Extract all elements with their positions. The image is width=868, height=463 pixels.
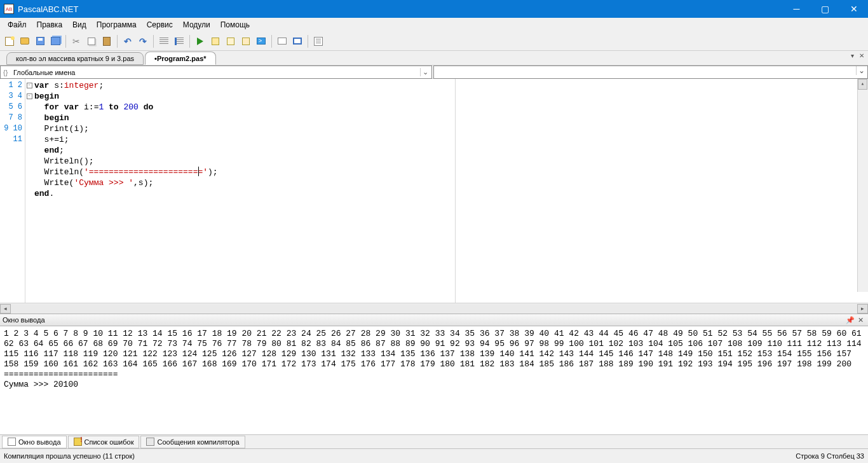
open-folder-icon	[20, 38, 29, 45]
menu-view[interactable]: Вид	[67, 19, 92, 31]
menu-file[interactable]: Файл	[3, 19, 32, 31]
scroll-right-arrow-icon[interactable]: ▸	[857, 304, 868, 314]
output-panel-body[interactable]: 1 2 3 4 5 6 7 8 9 10 11 12 13 14 15 16 1…	[0, 326, 868, 434]
navigate-forward-icon	[175, 38, 184, 45]
cut-icon: ✂	[72, 36, 80, 46]
paste-button[interactable]	[100, 34, 114, 48]
code-content[interactable]: var s:integer; begin for var i:=1 to 200…	[33, 79, 455, 303]
redo-button[interactable]: ↷	[136, 34, 150, 48]
copy-button[interactable]	[85, 34, 98, 48]
bottom-tab-label: Окно вывода	[18, 438, 61, 446]
titlebar: AB PascalABC.NET ─ ▢ ✕	[0, 0, 868, 18]
editor-tabbar: кол-во эл массива кратных 9 и 3.pas •Pro…	[0, 51, 868, 65]
toolbar-separator	[189, 35, 190, 48]
toolbar-separator	[65, 35, 66, 48]
bottom-tab-errors[interactable]: Список ошибок	[68, 436, 140, 448]
open-file-button[interactable]	[18, 34, 32, 48]
scroll-track[interactable]	[11, 304, 857, 314]
navigate-back-icon	[159, 38, 168, 45]
save-all-icon	[51, 37, 60, 45]
save-all-button[interactable]	[48, 34, 62, 48]
editor-split-pane	[455, 79, 868, 303]
step-into-button[interactable]	[224, 34, 238, 48]
output-panel-header: Окно вывода 📌 ✕	[0, 314, 868, 326]
play-icon	[197, 38, 203, 45]
scope-label: Глобальные имена	[13, 69, 76, 76]
undo-button[interactable]: ↶	[121, 34, 135, 48]
status-cursor-position: Строка 9 Столбец 33	[796, 452, 864, 460]
save-icon	[36, 37, 44, 45]
step-over-icon	[212, 38, 219, 45]
statusbar: Компиляция прошла успешно (11 строк) Стр…	[0, 448, 868, 463]
compiler-messages-icon	[146, 438, 154, 446]
terminal-icon	[257, 38, 266, 45]
fold-toggle-icon[interactable]: -	[27, 83, 32, 88]
bottom-tab-label: Сообщения компилятора	[157, 438, 239, 446]
stop-button[interactable]	[254, 34, 268, 48]
run-button[interactable]	[193, 34, 207, 48]
save-button[interactable]	[33, 34, 47, 48]
step-into-icon	[227, 38, 234, 45]
properties-icon	[314, 37, 323, 46]
menu-program[interactable]: Программа	[92, 19, 142, 31]
fold-toggle-icon[interactable]: -	[27, 93, 32, 99]
menubar: Файл Правка Вид Программа Сервис Модули …	[0, 18, 868, 32]
close-panel-icon[interactable]: ✕	[855, 316, 865, 324]
horizontal-scrollbar[interactable]: ◂ ▸	[0, 303, 868, 314]
fold-column: - -	[25, 79, 33, 303]
step-out-button[interactable]	[239, 34, 253, 48]
menu-modules[interactable]: Модули	[178, 19, 215, 31]
menu-edit[interactable]: Правка	[32, 19, 68, 31]
scroll-up-arrow-icon[interactable]: ▴	[858, 79, 867, 90]
code-editor[interactable]: 1 2 3 4 5 6 7 8 9 10 11 - - var s:intege…	[0, 79, 868, 303]
status-compile-message: Компиляция прошла успешно (11 строк)	[4, 452, 796, 460]
pin-icon[interactable]: 📌	[845, 316, 855, 324]
window-title: PascalABC.NET	[18, 4, 782, 14]
minimize-button[interactable]: ─	[782, 0, 811, 18]
chevron-down-icon: ⌄	[420, 68, 430, 76]
text-cursor	[198, 167, 199, 176]
toolbar-separator	[308, 35, 308, 48]
scope-dropdown[interactable]: Глобальные имена ⌄	[0, 66, 432, 79]
new-file-icon	[5, 37, 14, 46]
bottom-tabbar: Окно вывода Список ошибок Сообщения комп…	[0, 434, 868, 448]
navigate-back-button[interactable]	[157, 34, 171, 48]
step-over-button[interactable]	[208, 34, 222, 48]
paste-icon	[103, 37, 111, 46]
scope-bar: Глобальные имена ⌄ ⌄	[0, 65, 868, 79]
window-icon	[278, 38, 287, 45]
tab-close-button[interactable]: ✕	[858, 52, 865, 59]
scroll-left-arrow-icon[interactable]: ◂	[0, 304, 11, 314]
member-dropdown[interactable]: ⌄	[433, 66, 868, 79]
menu-help[interactable]: Помощь	[215, 19, 255, 31]
menu-service[interactable]: Сервис	[142, 19, 178, 31]
tab-file-2[interactable]: •Program2.pas*	[145, 52, 216, 65]
layout2-button[interactable]	[290, 34, 304, 48]
tab-file-1[interactable]: кол-во эл массива кратных 9 и 3.pas	[6, 52, 144, 65]
maximize-button[interactable]: ▢	[811, 0, 839, 18]
cut-button[interactable]: ✂	[69, 34, 83, 48]
step-out-icon	[242, 38, 250, 45]
error-list-icon	[74, 438, 82, 446]
undo-icon: ↶	[124, 36, 132, 46]
window-active-icon	[293, 38, 302, 45]
output-window-icon	[8, 438, 16, 446]
toolbar: ✂ ↶ ↷	[0, 32, 868, 51]
line-numbers: 1 2 3 4 5 6 7 8 9 10 11	[0, 79, 25, 303]
editor-area: 1 2 3 4 5 6 7 8 9 10 11 - - var s:intege…	[0, 79, 868, 314]
close-button[interactable]: ✕	[839, 0, 868, 18]
toolbar-separator	[153, 35, 154, 48]
vertical-scrollbar[interactable]: ▴	[857, 79, 868, 292]
bottom-tab-label: Список ошибок	[85, 438, 134, 446]
output-panel-title: Окно вывода	[3, 316, 845, 324]
bottom-tab-compiler-messages[interactable]: Сообщения компилятора	[140, 436, 245, 448]
bottom-tab-output[interactable]: Окно вывода	[2, 436, 67, 448]
redo-icon: ↷	[139, 36, 147, 46]
layout1-button[interactable]	[275, 34, 289, 48]
toolbar-separator	[271, 35, 272, 48]
tab-dropdown-arrow[interactable]: ▾	[850, 52, 855, 59]
app-icon: AB	[4, 4, 14, 14]
properties-button[interactable]	[311, 34, 325, 48]
new-file-button[interactable]	[3, 34, 17, 48]
navigate-forward-button[interactable]	[172, 34, 186, 48]
